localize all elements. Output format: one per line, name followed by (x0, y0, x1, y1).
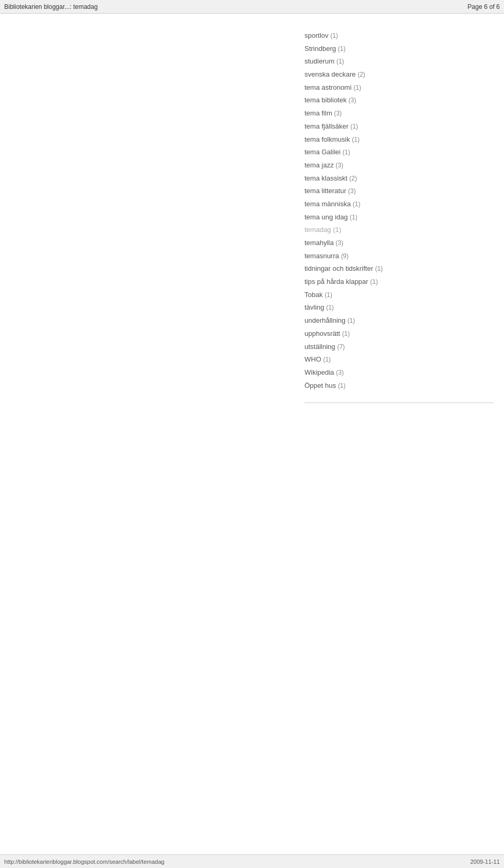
tag-count: (1) (350, 123, 358, 130)
list-item: upphovsrätt (1) (304, 327, 494, 341)
list-item: Tobak (1) (304, 289, 494, 302)
list-item: underhållning (1) (304, 314, 494, 327)
tag-count: (1) (326, 304, 334, 311)
tag-link[interactable]: Tobak (304, 291, 323, 299)
tag-link[interactable]: tema människa (304, 200, 351, 208)
tag-link[interactable]: Strindberg (304, 45, 336, 52)
tag-count: (1) (338, 382, 346, 389)
tag-link[interactable]: tävling (304, 303, 324, 311)
list-item: WHO (1) (304, 353, 494, 366)
tag-count: (1) (353, 84, 361, 91)
tag-link[interactable]: tema klassiskt (304, 174, 348, 182)
tag-count: (1) (352, 136, 360, 143)
tag-link[interactable]: tema ung idag (304, 213, 348, 221)
list-item: tema litteratur (3) (304, 185, 494, 198)
tag-link[interactable]: sportlov (304, 31, 329, 39)
list-item: tema fjällsäker (1) (304, 120, 494, 133)
tag-link[interactable]: tema astronomi (304, 83, 352, 91)
tag-link[interactable]: tema film (304, 109, 332, 117)
list-item: tema Galilei (1) (304, 146, 494, 159)
tag-count: (1) (337, 58, 344, 65)
tag-link[interactable]: tema bibliotek (304, 96, 346, 104)
list-item: temadag (1) (304, 224, 494, 237)
bottom-bar: http://bibliotekarienbloggar.blogspot.co… (0, 854, 504, 868)
tag-count: (1) (350, 214, 358, 221)
list-item: tema film (3) (304, 107, 494, 120)
tag-count: (3) (348, 187, 356, 195)
tag-count: (3) (336, 369, 344, 376)
list-item: temasnurra (9) (304, 250, 494, 263)
tag-count: (1) (370, 278, 378, 285)
tag-link[interactable]: temasnurra (304, 252, 339, 260)
top-bar: Bibliotekarien bloggar...: temadag Page … (0, 0, 504, 14)
list-item: tävling (1) (304, 301, 494, 314)
tag-count: (1) (333, 226, 341, 234)
list-item: utställning (7) (304, 341, 494, 354)
url-display: http://bibliotekarienbloggar.blogspot.co… (4, 859, 164, 865)
tag-count: (1) (338, 45, 346, 52)
tag-link[interactable]: studierum (304, 57, 334, 65)
list-item: Öppet hus (1) (304, 379, 494, 393)
list-item: svenska deckare (2) (304, 68, 494, 81)
tag-count: (2) (349, 175, 357, 182)
tag-link[interactable]: underhållning (304, 316, 345, 324)
list-item: tema astronomi (1) (304, 81, 494, 94)
page-info: Page 6 of 6 (468, 3, 500, 10)
tag-link[interactable]: svenska deckare (304, 70, 356, 78)
list-item: tema ung idag (1) (304, 211, 494, 224)
main-content: sportlov (1)Strindberg (1)studierum (1)s… (0, 14, 504, 424)
list-item: Strindberg (1) (304, 43, 494, 56)
tag-count: (9) (341, 252, 349, 260)
list-item: tema klassiskt (2) (304, 172, 494, 185)
right-column: sportlov (1)Strindberg (1)studierum (1)s… (294, 29, 494, 414)
tag-count: (3) (335, 162, 343, 169)
tag-link[interactable]: Wikipedia (304, 368, 334, 376)
divider (304, 403, 494, 403)
tag-list: sportlov (1)Strindberg (1)studierum (1)s… (304, 29, 494, 392)
tag-link[interactable]: temahylla (304, 239, 334, 247)
list-item: tema människa (1) (304, 198, 494, 211)
left-column (10, 29, 294, 414)
tag-count: (2) (358, 71, 365, 78)
list-item: temahylla (3) (304, 237, 494, 250)
list-item: tema bibliotek (3) (304, 94, 494, 107)
tag-link[interactable]: Öppet hus (304, 382, 336, 389)
browser-tab-title: Bibliotekarien bloggar...: temadag (4, 3, 98, 10)
tag-link[interactable]: tema folkmusik (304, 135, 350, 143)
tag-link[interactable]: tema Galilei (304, 148, 341, 156)
date-display: 2009-11-11 (470, 859, 500, 865)
tag-count: (1) (342, 149, 350, 156)
tag-count: (1) (330, 32, 338, 39)
list-item: studierum (1) (304, 55, 494, 68)
tag-count: (3) (334, 110, 342, 117)
tag-count: (3) (349, 97, 356, 104)
tag-link[interactable]: upphovsrätt (304, 330, 340, 337)
tag-count: (1) (348, 317, 355, 324)
tag-count: (1) (342, 330, 350, 337)
tag-link[interactable]: utställning (304, 343, 335, 351)
tag-link[interactable]: WHO (304, 355, 321, 363)
list-item: sportlov (1) (304, 29, 494, 43)
tag-count: (1) (323, 356, 331, 363)
tag-count: (3) (335, 239, 343, 247)
tag-label: temadag (304, 226, 331, 234)
tag-link[interactable]: tips på hårda klappar (304, 278, 368, 285)
tag-count: (7) (337, 343, 345, 351)
tag-count: (1) (353, 200, 361, 208)
list-item: Wikipedia (3) (304, 366, 494, 379)
tag-link[interactable]: tema fjällsäker (304, 122, 349, 130)
tag-count: (1) (324, 291, 332, 299)
list-item: tema folkmusik (1) (304, 133, 494, 146)
tag-link[interactable]: tema litteratur (304, 187, 346, 195)
list-item: tips på hårda klappar (1) (304, 276, 494, 289)
tag-link[interactable]: tidningar och tidskrifter (304, 264, 373, 272)
list-item: tema jazz (3) (304, 159, 494, 172)
tag-count: (1) (375, 265, 383, 272)
tag-link[interactable]: tema jazz (304, 161, 334, 169)
list-item: tidningar och tidskrifter (1) (304, 262, 494, 276)
